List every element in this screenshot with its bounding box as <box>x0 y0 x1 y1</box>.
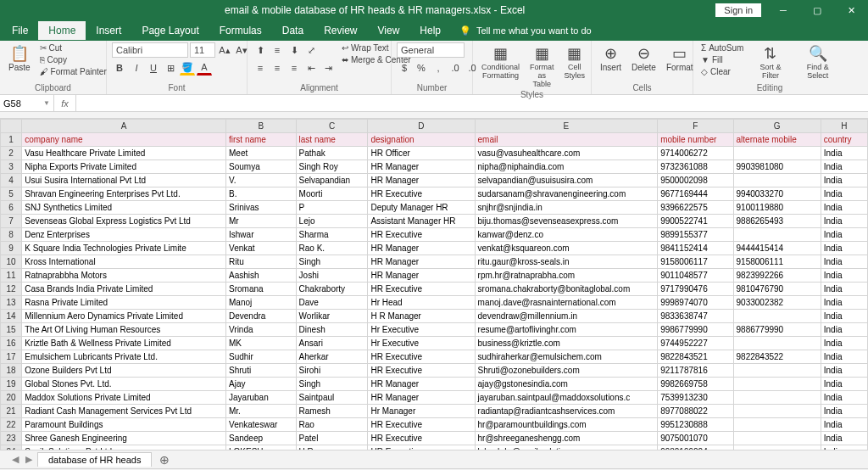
row-header[interactable]: 1 <box>1 133 22 147</box>
row-header[interactable]: 5 <box>1 187 22 201</box>
data-cell[interactable]: Maddox Solutions Private Limited <box>22 391 226 405</box>
data-cell[interactable]: Sudhir <box>226 350 297 364</box>
data-cell[interactable]: 9982669758 <box>658 378 733 391</box>
comma-icon[interactable]: , <box>431 60 446 76</box>
data-cell[interactable]: India <box>821 445 867 450</box>
data-cell[interactable]: Selvapandian <box>296 174 368 187</box>
data-cell[interactable]: Venkateswar <box>226 418 297 432</box>
header-cell[interactable]: mobile number <box>658 133 733 147</box>
data-cell[interactable]: jayaruban.saintpaul@maddoxsolutions.c <box>475 391 658 405</box>
data-cell[interactable] <box>733 445 821 450</box>
row-header[interactable]: 14 <box>1 310 22 323</box>
data-cell[interactable]: India <box>821 147 867 160</box>
align-top-icon[interactable]: ⬆ <box>253 42 268 58</box>
select-all-corner[interactable] <box>1 120 22 133</box>
data-cell[interactable]: nipha@niphaindia.com <box>475 160 658 174</box>
data-cell[interactable]: venkat@ksquareon.com <box>475 242 658 255</box>
data-cell[interactable] <box>733 147 821 160</box>
row-header[interactable]: 16 <box>1 337 22 350</box>
data-cell[interactable]: 9823992266 <box>733 269 821 283</box>
data-cell[interactable]: 7539913230 <box>658 391 733 405</box>
data-cell[interactable]: Singh <box>296 378 368 391</box>
data-cell[interactable]: Patel <box>296 432 368 445</box>
fx-button[interactable]: fx <box>54 95 76 111</box>
header-cell[interactable]: company name <box>22 133 226 147</box>
data-cell[interactable]: sudhiraherkar@emulsichem.com <box>475 350 658 364</box>
data-cell[interactable]: Kriztle Bath & Wellness Private Limited <box>22 337 226 350</box>
header-cell[interactable]: alternate mobile <box>733 133 821 147</box>
data-cell[interactable]: HR Executive <box>368 364 475 378</box>
data-cell[interactable]: The Art Of Living Human Resources <box>22 323 226 337</box>
data-cell[interactable]: Hr Head <box>368 296 475 310</box>
data-cell[interactable]: Shravan Engineering Enterprises Pvt Ltd. <box>22 187 226 201</box>
data-cell[interactable]: HR Manager <box>368 269 475 283</box>
data-cell[interactable]: 8977088022 <box>658 405 733 418</box>
data-cell[interactable]: Srinivas <box>226 201 297 215</box>
paste-button[interactable]: 📋 Paste <box>5 42 34 74</box>
align-bottom-icon[interactable]: ⬇ <box>287 42 302 58</box>
data-cell[interactable]: SNJ Synthetics Limited <box>22 201 226 215</box>
data-cell[interactable]: 9986779990 <box>658 323 733 337</box>
data-cell[interactable]: Sromana <box>226 283 297 296</box>
row-header[interactable]: 8 <box>1 228 22 242</box>
data-cell[interactable]: HR Manager <box>368 255 475 269</box>
fill-color-button[interactable]: 🪣 <box>180 60 195 76</box>
data-cell[interactable]: 9158006111 <box>733 255 821 269</box>
data-cell[interactable] <box>733 364 821 378</box>
data-cell[interactable]: Ajay <box>226 378 297 391</box>
data-cell[interactable]: India <box>821 391 867 405</box>
row-header[interactable]: 3 <box>1 160 22 174</box>
data-cell[interactable]: Ratnaprabbha Motors <box>22 269 226 283</box>
data-cell[interactable]: rpm.hr@ratnaprabha.com <box>475 269 658 283</box>
data-cell[interactable]: India <box>821 174 867 187</box>
data-cell[interactable]: ritu.gaur@kross-seals.in <box>475 255 658 269</box>
data-cell[interactable]: Dinesh <box>296 323 368 337</box>
find-select-button[interactable]: 🔍Find & Select <box>795 42 841 81</box>
data-cell[interactable]: India <box>821 228 867 242</box>
data-cell[interactable]: Ishwar <box>226 228 297 242</box>
data-cell[interactable]: Singh Roy <box>296 160 368 174</box>
col-header-F[interactable]: F <box>658 120 733 133</box>
data-cell[interactable]: India <box>821 310 867 323</box>
data-cell[interactable] <box>733 418 821 432</box>
data-cell[interactable]: India <box>821 283 867 296</box>
data-cell[interactable]: Sevenseas Global Express Logistics Pvt L… <box>22 215 226 228</box>
data-cell[interactable]: vasu@vasuhealthcare.com <box>475 147 658 160</box>
align-middle-icon[interactable]: ≡ <box>270 42 285 58</box>
data-cell[interactable]: H R Manager <box>368 310 475 323</box>
data-cell[interactable]: 9500002098 <box>658 174 733 187</box>
font-size-select[interactable]: 11 <box>190 42 215 58</box>
data-cell[interactable]: India <box>821 418 867 432</box>
data-cell[interactable]: India <box>821 215 867 228</box>
data-cell[interactable]: 9396622575 <box>658 201 733 215</box>
data-cell[interactable]: snjhr@snjindia.in <box>475 201 658 215</box>
data-cell[interactable]: 9998974070 <box>658 296 733 310</box>
data-cell[interactable]: Rasna Private Limited <box>22 296 226 310</box>
data-cell[interactable]: Manoj <box>226 296 297 310</box>
autosum-button[interactable]: ΣAutoSum <box>698 42 746 53</box>
data-cell[interactable]: India <box>821 255 867 269</box>
data-cell[interactable]: Meet <box>226 147 297 160</box>
data-cell[interactable]: Jayaruban <box>226 391 297 405</box>
data-cell[interactable]: India <box>821 160 867 174</box>
format-cells-button[interactable]: ▭Format <box>663 42 697 74</box>
format-painter-button[interactable]: 🖌Format Painter <box>37 66 109 77</box>
data-cell[interactable]: 9075001070 <box>658 432 733 445</box>
row-header[interactable]: 9 <box>1 242 22 255</box>
data-cell[interactable]: Hr Executive <box>368 337 475 350</box>
row-header[interactable]: 18 <box>1 364 22 378</box>
accounting-icon[interactable]: $ <box>397 60 412 76</box>
data-cell[interactable]: H R <box>296 445 368 450</box>
data-cell[interactable]: Nipha Exports Private Limited <box>22 160 226 174</box>
data-cell[interactable]: HR Manager <box>368 242 475 255</box>
data-cell[interactable]: ajay@gstonesindia.com <box>475 378 658 391</box>
data-cell[interactable]: Deputy Manager HR <box>368 201 475 215</box>
data-cell[interactable]: HR Executive <box>368 187 475 201</box>
data-cell[interactable]: Rao K. <box>296 242 368 255</box>
col-header-B[interactable]: B <box>226 120 297 133</box>
data-cell[interactable]: Ansari <box>296 337 368 350</box>
data-cell[interactable]: 9717990476 <box>658 283 733 296</box>
data-cell[interactable] <box>733 174 821 187</box>
decrease-indent-icon[interactable]: ⇤ <box>303 60 319 76</box>
row-header[interactable]: 13 <box>1 296 22 310</box>
